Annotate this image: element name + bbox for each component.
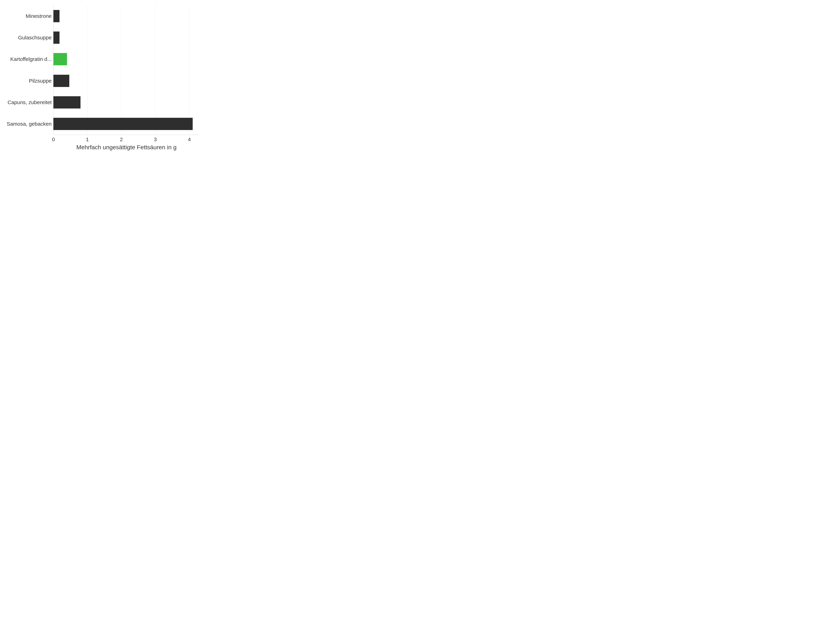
plot-area — [54, 5, 199, 135]
y-tick-label: Capuns, zubereitet — [8, 99, 52, 105]
x-tick-label: 2 — [120, 136, 123, 142]
y-tick-label: Gulaschsuppe — [18, 35, 52, 41]
x-tick-label: 1 — [86, 136, 89, 142]
bar — [54, 10, 60, 22]
y-tick-label: Samosa, gebacken — [7, 121, 52, 127]
bar — [54, 32, 60, 44]
x-axis-title: Mehrfach ungesättigte Fettsäuren in g — [54, 144, 199, 151]
x-tick-label: 4 — [188, 136, 191, 142]
y-tick-label: Minestrone — [26, 13, 52, 19]
bar — [54, 75, 69, 87]
bar — [54, 53, 67, 65]
bar — [54, 118, 193, 130]
bar — [54, 96, 81, 109]
x-tick-label: 3 — [154, 136, 157, 142]
x-tick-label: 0 — [52, 136, 55, 142]
y-tick-label: Kartoffelgratin d... — [10, 56, 52, 62]
y-tick-label: Pilzsuppe — [29, 78, 52, 84]
bar-chart: Mehrfach ungesättigte Fettsäuren in g 01… — [0, 0, 210, 158]
gridline — [121, 5, 122, 135]
gridline — [155, 5, 156, 135]
